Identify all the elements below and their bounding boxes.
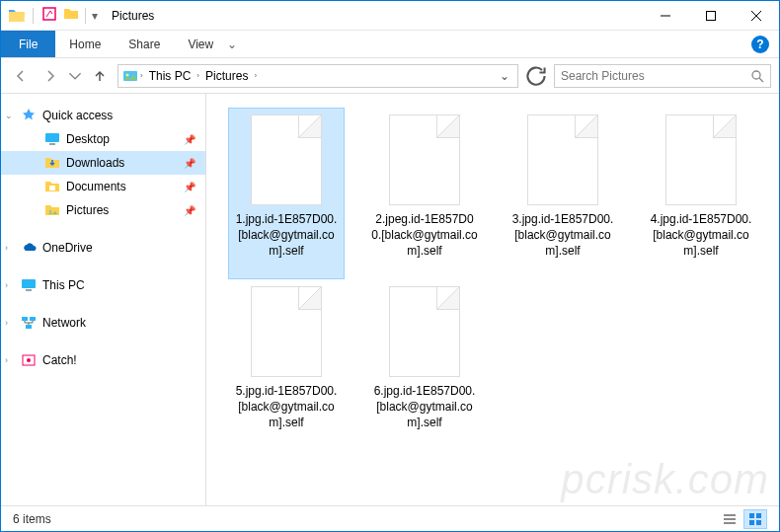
svg-rect-9 [22,279,36,288]
breadcrumb-segment-thispc[interactable]: This PC [145,69,195,83]
address-history-button[interactable]: ⌄ [496,69,513,83]
pictures-icon [122,68,138,84]
drive-icon [21,277,37,293]
breadcrumb-segment-pictures[interactable]: Pictures [201,69,252,83]
ribbon-tab-file[interactable]: File [1,31,55,57]
sidebar-item-label: Catch! [42,353,77,367]
address-bar[interactable]: › This PC › Pictures › ⌄ [117,64,518,88]
sidebar-item-documents[interactable]: Documents📌 [1,175,205,198]
view-details-button[interactable] [718,509,741,529]
separator [33,8,34,24]
folder-icon [44,155,60,171]
minimize-button[interactable] [643,1,688,31]
svg-point-15 [27,358,31,362]
sidebar-item-desktop[interactable]: Desktop📌 [1,127,205,151]
svg-rect-1 [707,11,716,20]
collapse-icon[interactable]: ⌄ [5,111,15,120]
svg-rect-0 [43,8,55,20]
pin-icon: 📌 [184,182,195,192]
content-pane[interactable]: 1.jpg.id-1E857D00.[black@gytmail.com].se… [206,94,779,505]
file-name: 5.jpg.id-1E857D00.[black@gytmail.com].se… [231,383,342,431]
help-button[interactable]: ? [751,36,769,53]
separator [85,8,86,24]
file-item[interactable]: 3.jpg.id-1E857D00.[black@gytmail.com].se… [505,108,621,279]
file-icon [251,286,322,377]
sidebar-item-network[interactable]: ›Network [1,311,205,335]
folder-icon [44,202,60,218]
expand-icon[interactable]: › [5,355,15,365]
file-name: 3.jpg.id-1E857D00.[black@gytmail.com].se… [507,211,618,260]
chevron-right-icon[interactable]: › [138,71,145,80]
sidebar-item-label: Documents [66,180,126,193]
app-icon [9,9,25,22]
file-item[interactable]: 5.jpg.id-1E857D00.[black@gytmail.com].se… [228,279,345,451]
svg-rect-5 [45,133,59,142]
refresh-button[interactable] [524,64,548,88]
expand-icon[interactable]: › [5,318,15,328]
search-input[interactable] [561,69,750,83]
file-name: 2.jpeg.id-1E857D00.[black@gytmail.com].s… [369,211,480,260]
recent-locations-button[interactable] [68,64,82,88]
file-icon [665,114,737,205]
close-button[interactable] [734,1,779,31]
file-icon [527,114,598,205]
qat-properties-icon[interactable] [41,6,57,25]
star-icon [21,108,37,123]
sidebar-item-label: Desktop [66,132,110,146]
sidebar-quick-access[interactable]: ⌄ Quick access [1,104,205,127]
sidebar-item-label: This PC [42,278,85,292]
ribbon-tab-view[interactable]: View [174,31,227,57]
ribbon-tab-share[interactable]: Share [115,31,174,57]
chevron-right-icon[interactable]: › [195,71,201,80]
sidebar-item-label: Downloads [66,156,124,170]
forward-button[interactable] [39,64,62,88]
up-button[interactable] [88,64,112,88]
sidebar-item-this-pc[interactable]: ›This PC [1,273,205,297]
window-title: Pictures [106,9,643,23]
file-icon [389,286,460,377]
sidebar-item-downloads[interactable]: Downloads📌 [1,151,205,175]
pin-icon: 📌 [184,205,195,216]
expand-icon[interactable]: › [5,280,15,290]
qat-newfolder-icon[interactable] [63,6,79,25]
search-box[interactable] [554,64,771,88]
file-item[interactable]: 1.jpg.id-1E857D00.[black@gytmail.com].se… [228,108,345,279]
sidebar-item-label: Network [42,316,86,330]
svg-rect-11 [22,317,28,321]
view-large-icons-button[interactable] [743,509,767,529]
sidebar-item-pictures[interactable]: Pictures📌 [1,198,205,222]
ribbon-tab-home[interactable]: Home [55,31,115,57]
file-item[interactable]: 6.jpg.id-1E857D00.[black@gytmail.com].se… [366,279,483,451]
folder-icon [44,131,60,147]
drive-icon [21,352,37,368]
back-button[interactable] [9,64,33,88]
statusbar: 6 items [1,505,779,531]
ribbon: File Home Share View ⌄ ? [1,31,779,58]
status-item-count: 6 items [13,512,51,526]
svg-rect-6 [49,143,55,145]
sidebar-item-label: OneDrive [42,241,93,255]
chevron-right-icon[interactable]: › [252,71,259,80]
file-item[interactable]: 2.jpeg.id-1E857D00.[black@gytmail.com].s… [366,108,483,279]
file-icon [251,114,322,205]
folder-icon [44,179,60,194]
ribbon-expand-icon[interactable]: ⌄ [227,38,237,51]
expand-icon[interactable]: › [5,243,15,253]
sidebar: ⌄ Quick access Desktop📌Downloads📌Documen… [1,94,206,505]
titlebar: ▾ Pictures [1,1,779,31]
file-icon [389,114,460,205]
navbar: › This PC › Pictures › ⌄ [1,58,779,94]
explorer-window: ▾ Pictures File Home Share View ⌄ ? › Th… [0,0,780,532]
sidebar-item-catch-[interactable]: ›Catch! [1,348,205,372]
svg-rect-16 [749,513,754,518]
sidebar-item-label: Pictures [66,203,109,217]
svg-rect-18 [749,520,754,525]
svg-rect-12 [30,317,36,321]
svg-rect-10 [26,289,32,291]
maximize-button[interactable] [688,1,734,31]
file-item[interactable]: 4.jpg.id-1E857D00.[black@gytmail.com].se… [643,108,759,279]
svg-rect-19 [756,520,761,525]
sidebar-item-label: Quick access [42,109,113,122]
qat-customize-icon[interactable]: ▾ [92,9,98,23]
sidebar-item-onedrive[interactable]: ›OneDrive [1,236,205,260]
